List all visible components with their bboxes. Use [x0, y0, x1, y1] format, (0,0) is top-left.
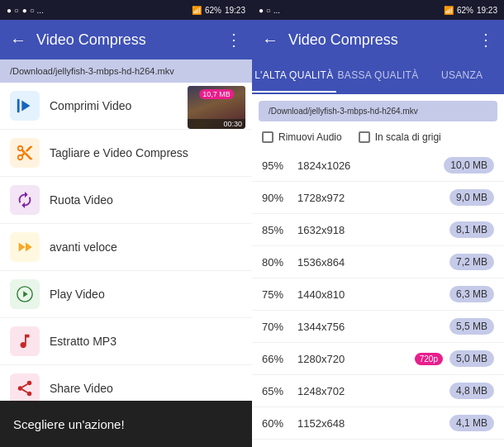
play-icon	[10, 279, 40, 309]
remove-audio-option[interactable]: Rimuovi Audio	[262, 131, 342, 143]
rotate-icon	[10, 185, 40, 215]
percent-80: 80%	[262, 256, 291, 269]
res-80: 1536x864	[297, 256, 443, 269]
res-85: 1632x918	[297, 224, 443, 236]
app-title-right: Video Compress	[288, 31, 468, 49]
file-path-bar-left: /Download/jellyfish-3-mbps-hd-h264.mkv	[0, 59, 252, 83]
menu-item-play[interactable]: Play Video	[0, 271, 252, 318]
left-toolbar: ← Video Compress ⋮	[0, 20, 252, 59]
quality-row-90[interactable]: 90% 1728x972 9,0 MB	[252, 182, 504, 214]
svg-rect-0	[17, 99, 20, 113]
size-60: 4,1 MB	[449, 415, 494, 431]
size-65: 4,8 MB	[449, 383, 494, 399]
compress-icon	[10, 91, 40, 121]
res-95: 1824x1026	[297, 159, 437, 172]
back-button[interactable]: ←	[10, 31, 26, 50]
svg-line-5	[22, 389, 27, 392]
app-title: Video Compress	[36, 31, 216, 49]
menu-item-rotate[interactable]: Ruota Video	[0, 177, 252, 224]
size-90: 9,0 MB	[449, 189, 494, 206]
menu-item-share[interactable]: Share Video	[0, 365, 252, 401]
tab-usanza[interactable]: usanza	[420, 59, 504, 93]
bottom-bar-text: Scegliere un'azione!	[13, 417, 125, 431]
tab-alta-qualita[interactable]: L'alta qualità	[252, 59, 336, 93]
notification-icons-right: ● ○ ...	[259, 6, 280, 15]
status-right-right: 📶 62% 19:23	[444, 6, 497, 15]
res-75: 1440x810	[297, 288, 443, 301]
back-button-right[interactable]: ←	[262, 31, 278, 50]
res-90: 1728x972	[297, 192, 443, 204]
quality-row-85[interactable]: 85% 1632x918 8,1 MB	[252, 214, 504, 246]
signal-icon-right: 📶	[444, 6, 454, 15]
size-80: 7,2 MB	[449, 254, 494, 270]
percent-90: 90%	[262, 192, 291, 204]
thumbnail-size: 10,7 MB	[199, 89, 234, 99]
mp3-label: Estratto MP3	[50, 335, 242, 348]
battery-text-right: 62%	[457, 6, 473, 15]
res-65: 1248x702	[297, 385, 443, 397]
cut-icon	[10, 138, 40, 168]
status-bar-right: ● ○ ... 📶 62% 19:23	[252, 0, 504, 20]
quality-row-70[interactable]: 70% 1344x756 5,5 MB	[252, 311, 504, 343]
svg-point-2	[27, 381, 32, 386]
fast-label: avanti veloce	[50, 240, 242, 254]
status-bar-left: ● ○ ● ○ ... 📶 62% 19:23	[0, 0, 252, 20]
quality-row-80[interactable]: 80% 1536x864 7,2 MB	[252, 246, 504, 278]
status-right: 📶 62% 19:23	[192, 6, 245, 15]
menu-item-cut[interactable]: Tagliare e Video Compress	[0, 130, 252, 177]
video-thumbnail: 10,7 MB 00:30	[188, 86, 245, 129]
left-panel: ● ○ ● ○ ... 📶 62% 19:23 ← Video Compress…	[0, 0, 252, 447]
cut-label: Tagliare e Video Compress	[50, 146, 242, 159]
percent-95: 95%	[262, 159, 291, 172]
percent-70: 70%	[262, 321, 291, 333]
grayscale-option[interactable]: In scala di grigi	[359, 131, 441, 143]
share-icon	[10, 373, 40, 401]
size-75: 6,3 MB	[449, 286, 494, 302]
fast-icon	[10, 232, 40, 262]
res-60: 1152x648	[297, 417, 443, 430]
more-menu-button[interactable]: ⋮	[226, 30, 242, 50]
badge-720p: 720p	[415, 353, 443, 365]
grayscale-label: In scala di grigi	[375, 131, 441, 143]
percent-65: 65%	[262, 385, 291, 397]
bottom-action-bar: Scegliere un'azione!	[0, 401, 252, 447]
quality-list: 95% 1824x1026 10,0 MB 90% 1728x972 9,0 M…	[252, 150, 504, 447]
remove-audio-label: Rimuovi Audio	[278, 131, 342, 143]
remove-audio-checkbox[interactable]	[262, 131, 273, 143]
tab-bassa-qualita[interactable]: Bassa qualità	[336, 59, 421, 93]
play-label: Play Video	[50, 288, 242, 301]
menu-item-mp3[interactable]: Estratto MP3	[0, 318, 252, 365]
menu-list: Comprimi Video 10,7 MB 00:30 Tagliare e …	[0, 83, 252, 401]
right-toolbar: ← Video Compress ⋮	[252, 20, 504, 59]
menu-item-fast[interactable]: avanti veloce	[0, 224, 252, 271]
file-path-text-right: /Download/jellyfish-3-mbps-hd-h264.mkv	[269, 107, 418, 116]
file-path-bar-right: /Download/jellyfish-3-mbps-hd-h264.mkv	[259, 101, 497, 121]
status-left: ● ○ ● ○ ...	[7, 6, 44, 15]
status-dots: ● ○ ...	[22, 6, 44, 15]
quality-row-95[interactable]: 95% 1824x1026 10,0 MB	[252, 150, 504, 182]
quality-row-75[interactable]: 75% 1440x810 6,3 MB	[252, 278, 504, 311]
menu-item-compress[interactable]: Comprimi Video 10,7 MB 00:30	[0, 83, 252, 130]
quality-row-65[interactable]: 65% 1248x702 4,8 MB	[252, 375, 504, 407]
grayscale-checkbox[interactable]	[359, 131, 370, 143]
time-text: 19:23	[225, 6, 245, 15]
file-path-text-left: /Download/jellyfish-3-mbps-hd-h264.mkv	[10, 66, 174, 76]
percent-75: 75%	[262, 288, 291, 301]
size-66: 5,0 MB	[449, 350, 494, 367]
quality-row-66[interactable]: 66% 1280x720 720p 5,0 MB	[252, 343, 504, 375]
svg-line-6	[22, 384, 27, 388]
signal-icon: 📶	[192, 6, 202, 15]
thumbnail-duration: 00:30	[188, 119, 245, 129]
share-label: Share Video	[50, 382, 242, 395]
svg-point-4	[27, 392, 32, 397]
quality-row-60[interactable]: 60% 1152x648 4,1 MB	[252, 407, 504, 440]
battery-text: 62%	[205, 6, 221, 15]
percent-85: 85%	[262, 224, 291, 236]
more-menu-button-right[interactable]: ⋮	[478, 30, 494, 50]
size-85: 8,1 MB	[449, 221, 494, 238]
time-text-right: 19:23	[477, 6, 497, 15]
size-70: 5,5 MB	[449, 318, 494, 335]
options-row: Rimuovi Audio In scala di grigi	[252, 128, 504, 150]
res-70: 1344x756	[297, 321, 443, 333]
res-66: 1280x720	[297, 353, 408, 365]
